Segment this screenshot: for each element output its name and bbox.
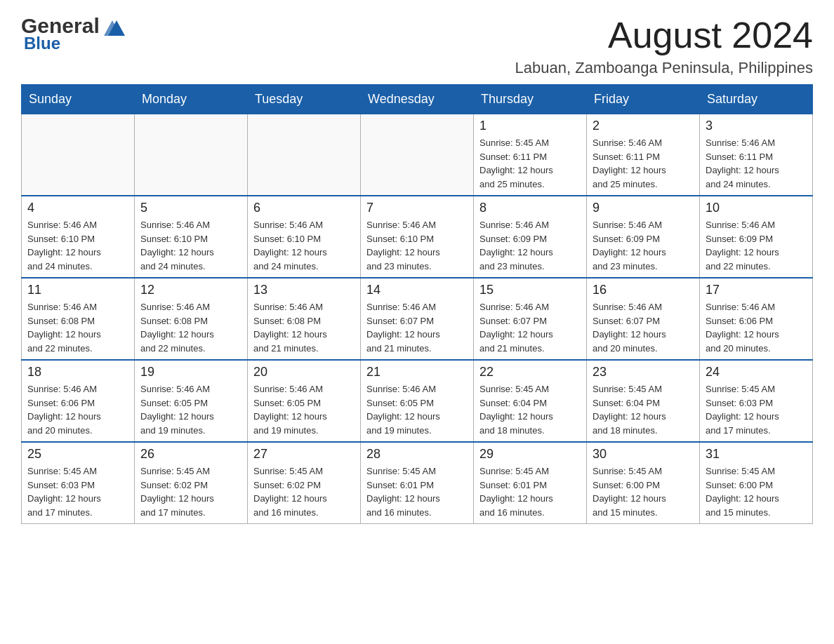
day-info: Sunrise: 5:46 AMSunset: 6:06 PMDaylight:… (706, 300, 807, 355)
day-info: Sunrise: 5:46 AMSunset: 6:10 PMDaylight:… (27, 218, 128, 273)
day-number: 24 (706, 365, 807, 380)
calendar-cell: 10Sunrise: 5:46 AMSunset: 6:09 PMDayligh… (700, 196, 813, 278)
day-number: 2 (593, 119, 694, 133)
day-number: 17 (706, 283, 807, 297)
week-row-3: 11Sunrise: 5:46 AMSunset: 6:08 PMDayligh… (22, 278, 813, 360)
day-number: 19 (140, 365, 241, 380)
day-number: 28 (366, 447, 468, 462)
day-number: 18 (27, 365, 128, 380)
calendar-cell (135, 114, 248, 196)
calendar-cell: 3Sunrise: 5:46 AMSunset: 6:11 PMDaylight… (700, 114, 813, 196)
calendar-cell: 16Sunrise: 5:46 AMSunset: 6:07 PMDayligh… (587, 278, 700, 360)
day-info: Sunrise: 5:46 AMSunset: 6:09 PMDaylight:… (593, 218, 694, 273)
day-info: Sunrise: 5:45 AMSunset: 6:01 PMDaylight:… (366, 464, 468, 519)
day-info: Sunrise: 5:46 AMSunset: 6:08 PMDaylight:… (27, 300, 128, 355)
day-number: 5 (140, 201, 241, 215)
calendar-cell: 20Sunrise: 5:46 AMSunset: 6:05 PMDayligh… (248, 360, 361, 442)
location-title: Labuan, Zamboanga Peninsula, Philippines (515, 59, 813, 77)
calendar-cell: 24Sunrise: 5:45 AMSunset: 6:03 PMDayligh… (700, 360, 813, 442)
day-info: Sunrise: 5:45 AMSunset: 6:03 PMDaylight:… (706, 382, 807, 437)
day-info: Sunrise: 5:46 AMSunset: 6:05 PMDaylight:… (253, 382, 355, 437)
calendar-cell: 13Sunrise: 5:46 AMSunset: 6:08 PMDayligh… (248, 278, 361, 360)
calendar-cell: 12Sunrise: 5:46 AMSunset: 6:08 PMDayligh… (135, 278, 248, 360)
calendar-cell: 11Sunrise: 5:46 AMSunset: 6:08 PMDayligh… (22, 278, 135, 360)
day-number: 3 (706, 119, 807, 133)
day-info: Sunrise: 5:46 AMSunset: 6:11 PMDaylight:… (593, 136, 694, 191)
day-info: Sunrise: 5:45 AMSunset: 6:01 PMDaylight:… (479, 464, 581, 519)
calendar-cell: 18Sunrise: 5:46 AMSunset: 6:06 PMDayligh… (22, 360, 135, 442)
day-info: Sunrise: 5:46 AMSunset: 6:08 PMDaylight:… (253, 300, 355, 355)
calendar-cell (361, 114, 474, 196)
day-number: 10 (706, 201, 807, 215)
day-number: 29 (479, 447, 581, 462)
calendar-cell: 23Sunrise: 5:45 AMSunset: 6:04 PMDayligh… (587, 360, 700, 442)
day-number: 11 (27, 283, 128, 297)
day-number: 12 (140, 283, 241, 297)
day-number: 16 (593, 283, 694, 297)
calendar-cell (248, 114, 361, 196)
week-row-5: 25Sunrise: 5:45 AMSunset: 6:03 PMDayligh… (22, 442, 813, 524)
calendar-cell: 1Sunrise: 5:45 AMSunset: 6:11 PMDaylight… (474, 114, 587, 196)
calendar-cell: 19Sunrise: 5:46 AMSunset: 6:05 PMDayligh… (135, 360, 248, 442)
day-number: 13 (253, 283, 355, 297)
calendar-cell: 15Sunrise: 5:46 AMSunset: 6:07 PMDayligh… (474, 278, 587, 360)
day-info: Sunrise: 5:46 AMSunset: 6:07 PMDaylight:… (479, 300, 581, 355)
day-number: 7 (366, 201, 468, 215)
weekday-header-tuesday: Tuesday (248, 85, 361, 114)
calendar-cell: 5Sunrise: 5:46 AMSunset: 6:10 PMDaylight… (135, 196, 248, 278)
calendar-cell: 30Sunrise: 5:45 AMSunset: 6:00 PMDayligh… (587, 442, 700, 524)
calendar-cell (22, 114, 135, 196)
day-info: Sunrise: 5:45 AMSunset: 6:00 PMDaylight:… (706, 464, 807, 519)
calendar-cell: 25Sunrise: 5:45 AMSunset: 6:03 PMDayligh… (22, 442, 135, 524)
weekday-header-saturday: Saturday (700, 85, 813, 114)
day-info: Sunrise: 5:46 AMSunset: 6:10 PMDaylight:… (366, 218, 468, 273)
day-info: Sunrise: 5:45 AMSunset: 6:02 PMDaylight:… (253, 464, 355, 519)
weekday-header-friday: Friday (587, 85, 700, 114)
day-number: 14 (366, 283, 468, 297)
calendar-cell: 31Sunrise: 5:45 AMSunset: 6:00 PMDayligh… (700, 442, 813, 524)
day-number: 4 (27, 201, 128, 215)
calendar-cell: 4Sunrise: 5:46 AMSunset: 6:10 PMDaylight… (22, 196, 135, 278)
title-area: August 2024 Labuan, Zamboanga Peninsula,… (515, 14, 813, 77)
day-number: 31 (706, 447, 807, 462)
day-number: 30 (593, 447, 694, 462)
calendar-cell: 9Sunrise: 5:46 AMSunset: 6:09 PMDaylight… (587, 196, 700, 278)
calendar-cell: 2Sunrise: 5:46 AMSunset: 6:11 PMDaylight… (587, 114, 700, 196)
calendar-header-row: SundayMondayTuesdayWednesdayThursdayFrid… (22, 85, 813, 114)
calendar-cell: 26Sunrise: 5:45 AMSunset: 6:02 PMDayligh… (135, 442, 248, 524)
week-row-4: 18Sunrise: 5:46 AMSunset: 6:06 PMDayligh… (22, 360, 813, 442)
weekday-header-thursday: Thursday (474, 85, 587, 114)
day-number: 9 (593, 201, 694, 215)
day-info: Sunrise: 5:46 AMSunset: 6:11 PMDaylight:… (706, 136, 807, 191)
day-number: 21 (366, 365, 468, 380)
day-info: Sunrise: 5:45 AMSunset: 6:04 PMDaylight:… (593, 382, 694, 437)
calendar: SundayMondayTuesdayWednesdayThursdayFrid… (21, 84, 813, 524)
day-number: 15 (479, 283, 581, 297)
day-info: Sunrise: 5:45 AMSunset: 6:04 PMDaylight:… (479, 382, 581, 437)
day-info: Sunrise: 5:46 AMSunset: 6:09 PMDaylight:… (479, 218, 581, 273)
day-info: Sunrise: 5:46 AMSunset: 6:10 PMDaylight:… (140, 218, 241, 273)
day-info: Sunrise: 5:46 AMSunset: 6:07 PMDaylight:… (593, 300, 694, 355)
weekday-header-monday: Monday (135, 85, 248, 114)
day-number: 22 (479, 365, 581, 380)
week-row-1: 1Sunrise: 5:45 AMSunset: 6:11 PMDaylight… (22, 114, 813, 196)
calendar-cell: 28Sunrise: 5:45 AMSunset: 6:01 PMDayligh… (361, 442, 474, 524)
day-info: Sunrise: 5:45 AMSunset: 6:00 PMDaylight:… (593, 464, 694, 519)
day-number: 6 (253, 201, 355, 215)
day-number: 26 (140, 447, 241, 462)
logo-blue-text: Blue (24, 34, 60, 53)
day-info: Sunrise: 5:46 AMSunset: 6:06 PMDaylight:… (27, 382, 128, 437)
day-info: Sunrise: 5:45 AMSunset: 6:02 PMDaylight:… (140, 464, 241, 519)
calendar-cell: 17Sunrise: 5:46 AMSunset: 6:06 PMDayligh… (700, 278, 813, 360)
day-info: Sunrise: 5:46 AMSunset: 6:05 PMDaylight:… (366, 382, 468, 437)
day-number: 25 (27, 447, 128, 462)
day-info: Sunrise: 5:46 AMSunset: 6:05 PMDaylight:… (140, 382, 241, 437)
day-info: Sunrise: 5:46 AMSunset: 6:07 PMDaylight:… (366, 300, 468, 355)
calendar-cell: 29Sunrise: 5:45 AMSunset: 6:01 PMDayligh… (474, 442, 587, 524)
calendar-cell: 14Sunrise: 5:46 AMSunset: 6:07 PMDayligh… (361, 278, 474, 360)
calendar-cell: 22Sunrise: 5:45 AMSunset: 6:04 PMDayligh… (474, 360, 587, 442)
calendar-cell: 8Sunrise: 5:46 AMSunset: 6:09 PMDaylight… (474, 196, 587, 278)
calendar-cell: 7Sunrise: 5:46 AMSunset: 6:10 PMDaylight… (361, 196, 474, 278)
weekday-header-sunday: Sunday (22, 85, 135, 114)
calendar-cell: 21Sunrise: 5:46 AMSunset: 6:05 PMDayligh… (361, 360, 474, 442)
